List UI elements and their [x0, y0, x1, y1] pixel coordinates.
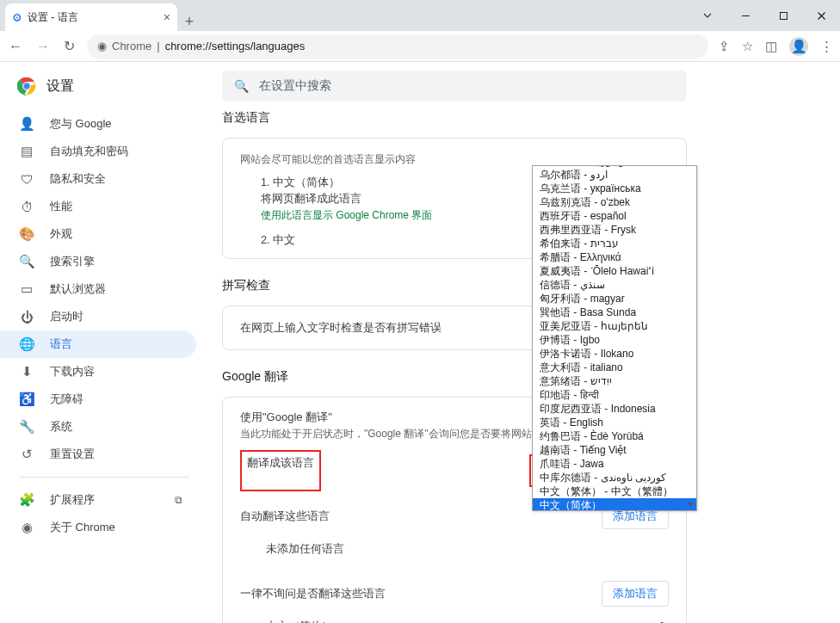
- profile-avatar[interactable]: 👤: [789, 37, 808, 56]
- minimize-icon[interactable]: [726, 0, 764, 31]
- language-dropdown-list[interactable]: 土耳其语 - Türkçe土库曼语 - türkmen dili威尔士语 - C…: [533, 166, 696, 511]
- language-option[interactable]: 乌兹别克语 - o'zbek: [533, 195, 696, 209]
- tab-close-icon[interactable]: ×: [164, 10, 170, 24]
- language-option[interactable]: 巽他语 - Basa Sunda: [533, 305, 696, 319]
- bookmark-icon[interactable]: ☆: [742, 39, 753, 54]
- language-dropdown: 土耳其语 - Türkçe土库曼语 - türkmen dili威尔士语 - C…: [532, 165, 697, 511]
- sidebar-item-reset[interactable]: ↺重置设置: [0, 441, 196, 468]
- sidebar-item-shield[interactable]: 🛡隐私和安全: [0, 165, 196, 193]
- window-titlebar: ⚙ 设置 - 语言 × +: [0, 0, 840, 31]
- language-option[interactable]: 希腊语 - Ελληνικά: [533, 250, 696, 264]
- url-prefix: Chrome: [112, 40, 151, 52]
- new-tab-button[interactable]: +: [177, 13, 201, 31]
- side-panel-icon[interactable]: ◫: [765, 39, 777, 54]
- svg-rect-1: [780, 12, 787, 19]
- toolbar-right: ⇪ ☆ ◫ 👤 ⋮: [719, 37, 833, 56]
- language-option[interactable]: 西班牙语 - español: [533, 209, 696, 223]
- sidebar-item-person[interactable]: 👤您与 Google: [0, 110, 196, 138]
- add-language-button-2[interactable]: 添加语言: [602, 581, 669, 607]
- menu-icon[interactable]: ⋮: [820, 39, 833, 54]
- sidebar-item-label: 重置设置: [50, 447, 95, 462]
- sidebar-item-speed[interactable]: ⏱性能: [0, 193, 196, 220]
- sidebar-item-label: 系统: [50, 419, 72, 435]
- globe-icon: 🌐: [19, 336, 34, 352]
- sidebar-item-autofill[interactable]: ▤自动填充和密码: [0, 138, 196, 165]
- language-option[interactable]: 伊博语 - Igbo: [533, 333, 696, 347]
- sidebar-item-label: 默认浏览器: [50, 281, 106, 297]
- language-option[interactable]: 意第绪语 - ייִדיש: [533, 374, 696, 388]
- sidebar-item-about[interactable]: ◉关于 Chrome: [0, 514, 196, 541]
- language-option[interactable]: 西弗里西亚语 - Frysk: [533, 223, 696, 237]
- language-option[interactable]: 意大利语 - italiano: [533, 361, 696, 374]
- back-button[interactable]: ←: [7, 39, 24, 54]
- chrome-icon: ◉: [97, 40, 107, 52]
- window-controls: [689, 0, 840, 31]
- browser-tab[interactable]: ⚙ 设置 - 语言 ×: [5, 3, 177, 31]
- set-ui-language-link[interactable]: 使用此语言显示 Google Chrome 界面: [261, 209, 432, 221]
- sidebar-item-label: 您与 Google: [50, 116, 112, 132]
- sidebar-item-access[interactable]: ♿无障碍: [0, 386, 196, 413]
- language-option[interactable]: 中文（简体）: [533, 498, 696, 511]
- language-option[interactable]: 信德语 - سنڌي: [533, 278, 696, 292]
- autofill-icon: ▤: [19, 144, 34, 159]
- download-icon: ⬇: [19, 364, 34, 379]
- sidebar-item-palette[interactable]: 🎨外观: [0, 220, 196, 248]
- url-input[interactable]: ◉ Chrome | chrome://settings/languages: [87, 34, 708, 59]
- language-option[interactable]: 越南语 - Tiếng Việt: [533, 443, 696, 457]
- wrench-icon: 🔧: [19, 419, 34, 435]
- language-option[interactable]: 夏威夷语 - ʻŌlelo Hawaiʻi: [533, 264, 696, 278]
- shield-icon: 🛡: [19, 172, 34, 187]
- settings-sidebar: 👤您与 Google▤自动填充和密码🛡隐私和安全⏱性能🎨外观🔍搜索引擎▭默认浏览…: [0, 62, 205, 623]
- sidebar-item-download[interactable]: ⬇下载内容: [0, 358, 196, 386]
- sidebar-item-ext[interactable]: 🧩扩展程序⧉: [0, 486, 196, 514]
- close-window-icon[interactable]: [802, 0, 840, 31]
- language-option[interactable]: 英语 - English: [533, 416, 696, 429]
- sidebar-item-label: 隐私和安全: [50, 171, 106, 187]
- preferred-languages-heading: 首选语言: [222, 110, 840, 126]
- language-option[interactable]: 希伯来语 - עברית: [533, 237, 696, 250]
- language-option[interactable]: 中文（繁体） - 中文（繁體）: [533, 484, 696, 498]
- reset-icon: ↺: [19, 447, 34, 462]
- about-icon: ◉: [19, 520, 34, 535]
- share-icon[interactable]: ⇪: [719, 39, 730, 54]
- sidebar-item-label: 搜索引擎: [50, 254, 95, 269]
- maximize-icon[interactable]: [764, 0, 802, 31]
- language-option[interactable]: 印度尼西亚语 - Indonesia: [533, 402, 696, 416]
- settings-content: 首选语言 网站会尽可能以您的首选语言显示内容 1. 中文（简体） 将网页翻译成此…: [205, 62, 840, 623]
- external-link-icon: ⧉: [175, 494, 182, 506]
- sidebar-item-label: 语言: [50, 336, 72, 352]
- sidebar-item-label: 自动填充和密码: [50, 144, 128, 159]
- spell-desc: 在网页上输入文字时检查是否有拼写错误: [240, 321, 442, 334]
- sidebar-item-browser[interactable]: ▭默认浏览器: [0, 275, 196, 303]
- language-option[interactable]: 中库尔德语 - کوردیی ناوەندی: [533, 471, 696, 484]
- browser-icon: ▭: [19, 281, 34, 297]
- dropdown-more-icon[interactable]: ▼: [687, 500, 695, 509]
- delete-icon[interactable]: 🗑: [656, 620, 669, 624]
- spell-check-heading: 拼写检查: [222, 278, 840, 293]
- translate-target-label: 翻译成该语言: [240, 450, 321, 491]
- language-option[interactable]: 印地语 - हिन्दी: [533, 388, 696, 402]
- never-translate-item: 中文（简体）: [266, 619, 333, 623]
- language-option[interactable]: 乌尔都语 - اردو: [533, 168, 696, 182]
- sidebar-item-globe[interactable]: 🌐语言: [0, 330, 196, 358]
- language-option[interactable]: 匈牙利语 - magyar: [533, 292, 696, 305]
- reload-button[interactable]: ↻: [62, 38, 77, 54]
- sidebar-item-label: 无障碍: [50, 392, 83, 407]
- sidebar-item-search[interactable]: 🔍搜索引擎: [0, 248, 196, 275]
- sidebar-item-power[interactable]: ⏻启动时: [0, 303, 196, 330]
- never-translate-label: 一律不询问是否翻译这些语言: [240, 586, 386, 601]
- auto-translate-empty: 未添加任何语言: [266, 541, 669, 557]
- chevron-down-icon[interactable]: [689, 0, 726, 31]
- forward-button[interactable]: →: [34, 39, 52, 54]
- gear-icon: ⚙: [12, 11, 22, 24]
- language-option[interactable]: 爪哇语 - Jawa: [533, 457, 696, 471]
- sidebar-item-label: 关于 Chrome: [50, 520, 115, 535]
- person-icon: 👤: [19, 116, 34, 132]
- ext-icon: 🧩: [19, 492, 34, 508]
- language-option[interactable]: 乌克兰语 - українська: [533, 182, 696, 195]
- language-option[interactable]: 伊洛卡诺语 - Ilokano: [533, 347, 696, 361]
- access-icon: ♿: [19, 392, 34, 407]
- language-option[interactable]: 约鲁巴语 - Èdè Yorùbá: [533, 429, 696, 443]
- sidebar-item-wrench[interactable]: 🔧系统: [0, 413, 196, 441]
- language-option[interactable]: 亚美尼亚语 - հայերեն: [533, 319, 696, 333]
